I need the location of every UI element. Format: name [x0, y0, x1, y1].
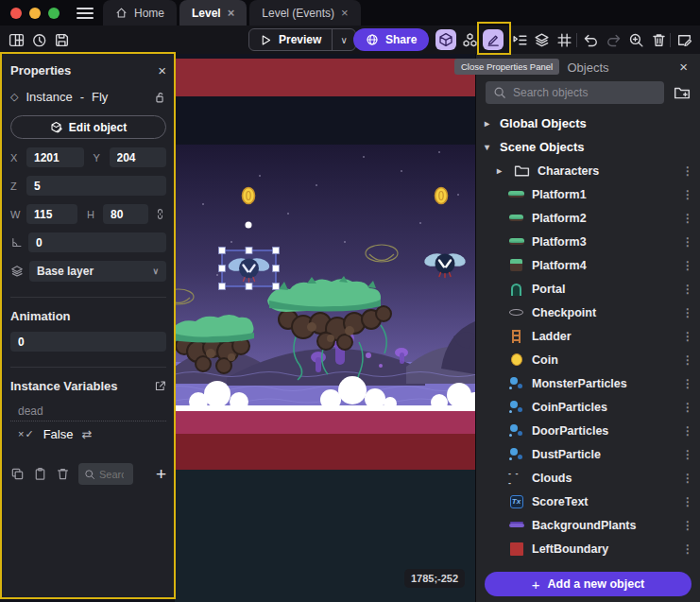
unlock-icon[interactable] — [153, 91, 166, 104]
object-row-platform1[interactable]: Platform1 ⋮ — [476, 182, 700, 206]
kebab-menu-icon[interactable]: ⋮ — [682, 353, 693, 367]
minimize-window-button[interactable] — [29, 8, 41, 19]
close-window-button[interactable] — [10, 8, 22, 19]
kebab-menu-icon[interactable]: ⋮ — [682, 164, 693, 178]
variable-name[interactable]: dead — [10, 401, 166, 421]
object-row-ladder[interactable]: Ladder ⋮ — [476, 324, 700, 348]
paste-icon[interactable] — [33, 467, 47, 481]
object-row-monsterparticles[interactable]: MonsterParticles ⋮ — [476, 371, 700, 395]
kebab-menu-icon[interactable]: ⋮ — [682, 495, 693, 508]
variables-search-input[interactable] — [99, 469, 124, 480]
panels-icon[interactable] — [6, 29, 26, 50]
kebab-menu-icon[interactable]: ⋮ — [682, 424, 693, 438]
object-row-checkpoint[interactable]: Checkpoint ⋮ — [476, 301, 700, 324]
object-row-platform4[interactable]: Platform4 ⋮ — [476, 253, 700, 277]
tab-level-events[interactable]: Level (Events) × — [249, 0, 360, 26]
folder-icon — [514, 163, 530, 179]
trash-icon[interactable] — [648, 29, 669, 50]
scene-canvas[interactable]: 1785;-252 — [175, 53, 475, 602]
object-label: DoorParticles — [532, 424, 608, 438]
chevron-right-icon: ▸ — [485, 118, 494, 129]
kebab-menu-icon[interactable]: ⋮ — [682, 472, 693, 485]
object-row-doorparticles[interactable]: DoorParticles ⋮ — [476, 419, 700, 442]
kebab-menu-icon[interactable]: ⋮ — [682, 212, 693, 225]
edit-object-button[interactable]: Edit object — [10, 115, 166, 139]
object-row-scoretext[interactable]: Tx ScoreText ⋮ — [476, 490, 700, 513]
kebab-menu-icon[interactable]: ⋮ — [682, 542, 693, 556]
y-field[interactable] — [110, 147, 167, 167]
kebab-menu-icon[interactable]: ⋮ — [682, 306, 693, 319]
object-row-platform2[interactable]: Platform2 ⋮ — [476, 206, 700, 230]
preview-button[interactable]: Preview — [249, 33, 332, 46]
preview-options-chevron[interactable]: ∨ — [332, 29, 354, 50]
variable-value-row[interactable]: ×✓ False ⇄ — [10, 421, 166, 445]
main-menu-icon[interactable] — [77, 8, 94, 19]
object-row-dustparticle[interactable]: DustParticle ⋮ — [476, 442, 700, 466]
kebab-menu-icon[interactable]: ⋮ — [682, 401, 693, 414]
events-sheet-icon[interactable] — [674, 29, 694, 50]
add-folder-icon[interactable] — [674, 84, 691, 101]
maximize-window-button[interactable] — [48, 8, 60, 19]
object-row-leftboundary[interactable]: LeftBoundary ⋮ — [476, 537, 700, 560]
kebab-menu-icon[interactable]: ⋮ — [682, 377, 693, 390]
close-objects-icon[interactable]: × — [679, 60, 688, 74]
history-icon[interactable] — [28, 29, 49, 50]
close-tab-icon[interactable]: × — [228, 7, 235, 19]
share-button[interactable]: Share — [353, 28, 429, 51]
width-field[interactable] — [26, 204, 77, 224]
object-row-characters[interactable]: ▸ Characters ⋮ — [476, 159, 700, 182]
search-icon — [84, 469, 95, 480]
open-external-icon[interactable] — [154, 380, 166, 392]
copy-icon[interactable] — [10, 467, 25, 481]
group-scene-objects[interactable]: ▾ Scene Objects — [476, 135, 700, 159]
redo-icon[interactable] — [603, 29, 623, 50]
properties-panel-title: Properties — [10, 63, 71, 77]
object-row-platform3[interactable]: Platform3 ⋮ — [476, 230, 700, 253]
kebab-menu-icon[interactable]: ⋮ — [682, 519, 693, 532]
properties-panel: Properties × ◇ Instance - Fly Edit objec… — [2, 54, 175, 597]
3d-cube-icon[interactable] — [435, 29, 456, 50]
close-properties-icon[interactable]: × — [158, 63, 166, 77]
kebab-menu-icon[interactable]: ⋮ — [682, 188, 693, 201]
objects-search[interactable] — [486, 81, 664, 104]
object-row-coinparticles[interactable]: CoinParticles ⋮ — [476, 395, 700, 419]
variables-search[interactable] — [78, 463, 133, 485]
instances-list-icon[interactable] — [509, 29, 530, 50]
animation-field[interactable] — [10, 332, 166, 352]
properties-pencil-icon[interactable] — [483, 29, 504, 50]
add-variable-button[interactable]: + — [156, 465, 166, 483]
objects-search-input[interactable] — [513, 86, 657, 99]
rotate-handle[interactable] — [246, 222, 252, 229]
object-label: Clouds — [532, 472, 572, 485]
layer-select[interactable]: Base layer ∨ — [29, 261, 166, 282]
save-icon[interactable] — [51, 29, 72, 50]
globe-icon — [366, 33, 379, 46]
kebab-menu-icon[interactable]: ⋮ — [682, 235, 693, 249]
group-global-objects[interactable]: ▸ Global Objects — [476, 112, 700, 135]
unlink-ratio-icon[interactable] — [154, 208, 166, 220]
object-row-coin[interactable]: Coin ⋮ — [476, 348, 700, 371]
kebab-menu-icon[interactable]: ⋮ — [682, 283, 693, 296]
x-field[interactable] — [26, 147, 84, 167]
object-label: Platform1 — [532, 188, 587, 201]
add-new-object-button[interactable]: + Add a new object — [485, 572, 691, 596]
object-row-backgroundplants[interactable]: BackgroundPlants ⋮ — [476, 513, 700, 537]
kebab-menu-icon[interactable]: ⋮ — [682, 330, 693, 343]
kebab-menu-icon[interactable]: ⋮ — [682, 259, 693, 272]
layers-icon[interactable] — [531, 29, 552, 50]
grid-icon[interactable] — [554, 29, 574, 50]
object-row-clouds[interactable]: - - - Clouds ⋮ — [476, 466, 700, 490]
object-row-portal[interactable]: Portal ⋮ — [476, 277, 700, 301]
swap-value-icon[interactable]: ⇄ — [81, 427, 92, 441]
z-field[interactable] — [26, 176, 166, 196]
angle-field[interactable] — [28, 232, 166, 252]
tab-level[interactable]: Level × — [179, 0, 247, 26]
delete-variable-icon[interactable] — [56, 467, 70, 481]
kebab-menu-icon[interactable]: ⋮ — [682, 448, 693, 461]
objects-groups-icon[interactable] — [459, 29, 480, 50]
height-field[interactable] — [103, 204, 148, 224]
undo-icon[interactable] — [580, 29, 601, 50]
close-tab-icon[interactable]: × — [341, 7, 349, 19]
zoom-in-icon[interactable] — [625, 29, 646, 50]
tab-home[interactable]: Home — [103, 0, 177, 26]
